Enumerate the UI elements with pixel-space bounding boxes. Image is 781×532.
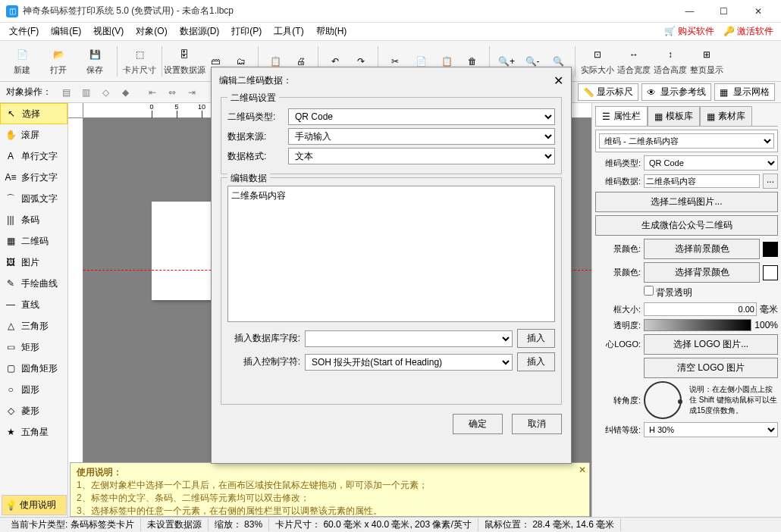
status-pos: 鼠标位置： 28.4 毫米, 14.6 毫米: [478, 518, 621, 531]
db-field-select[interactable]: [305, 330, 513, 347]
cancel-button[interactable]: 取消: [512, 414, 562, 434]
codetype-label: 维码类型:: [595, 158, 641, 169]
toolbar-btn-28[interactable]: ⊞整页显示: [689, 42, 724, 80]
props-section: 维码 - 二维条码内容: [595, 130, 778, 152]
opacity-slider[interactable]: [644, 319, 751, 331]
qr-settings-legend: 二维码设置: [227, 92, 279, 105]
tool-二维码[interactable]: ▦二维码: [0, 230, 67, 252]
align-right-icon[interactable]: ⇥: [183, 84, 200, 101]
toggle-grid[interactable]: ▦显示网格: [714, 83, 775, 101]
fg-label: 景颜色:: [595, 243, 641, 255]
tool-palette: ↖选择✋滚屏A单行文字A≡多行文字⌒圆弧文字|||条码▦二维码🖼图片✎手绘曲线—…: [0, 103, 68, 517]
fg-color-button[interactable]: 选择前景颜色: [644, 239, 760, 259]
bg-transparent-check[interactable]: 背景透明: [644, 286, 692, 299]
close-button[interactable]: ✕: [741, 0, 775, 23]
menu-file[interactable]: 文件(F): [3, 23, 45, 39]
ops-label: 对象操作：: [6, 86, 52, 99]
tool-圆角矩形[interactable]: ▢圆角矩形: [0, 358, 67, 379]
eye-icon: 👁: [647, 87, 657, 98]
activate-link[interactable]: 🔑激活软件: [719, 23, 778, 39]
menu-view[interactable]: 视图(V): [87, 23, 130, 39]
select-qr-image-button[interactable]: 选择二维码图片...: [595, 192, 778, 212]
dialog-close-icon[interactable]: ✕: [554, 74, 563, 88]
layer-down-icon[interactable]: ◆: [117, 84, 133, 101]
toolbar-btn-26[interactable]: ↔适合宽度: [616, 42, 651, 80]
menu-print[interactable]: 打印(P): [225, 23, 268, 39]
tool-菱形[interactable]: ◇菱形: [0, 400, 67, 421]
toolbar-btn-27[interactable]: ↕适合高度: [653, 42, 688, 80]
tool-条码[interactable]: |||条码: [0, 209, 67, 230]
tool-圆弧文字[interactable]: ⌒圆弧文字: [0, 188, 67, 209]
menu-datasource[interactable]: 数据源(D): [174, 23, 226, 39]
layer-up-icon[interactable]: ◇: [97, 84, 114, 101]
data-source-select[interactable]: 手动输入: [288, 128, 555, 145]
buy-link[interactable]: 🛒购买软件: [660, 23, 719, 39]
tab-templates[interactable]: ▦模板库: [648, 106, 700, 126]
tool-五角星[interactable]: ★五角星: [0, 421, 67, 443]
layer-front-icon[interactable]: ▤: [58, 84, 74, 101]
align-center-icon[interactable]: ⇔: [164, 84, 180, 101]
tool-单行文字[interactable]: A单行文字: [0, 146, 67, 167]
minimize-button[interactable]: —: [673, 0, 707, 23]
insert-dbfield-button[interactable]: 插入: [517, 329, 555, 348]
menu-tools[interactable]: 工具(T): [268, 23, 309, 39]
select-logo-button[interactable]: 选择 LOGO 图片...: [644, 334, 778, 355]
tool-icon: 🖼: [5, 256, 17, 268]
qr-data-textarea[interactable]: 二维条码内容: [227, 186, 555, 322]
cart-icon: 🛒: [664, 26, 676, 38]
toolbar-btn-25[interactable]: ⊡实际大小: [580, 42, 615, 80]
tool-三角形[interactable]: △三角形: [0, 315, 67, 336]
qr-type-select[interactable]: QR Code: [288, 108, 555, 125]
gen-wechat-qr-button[interactable]: 生成微信公众号二维码: [595, 215, 778, 236]
codetype-select[interactable]: QR Code: [644, 155, 778, 171]
help-close-icon[interactable]: ✕: [579, 465, 586, 475]
toolbar-btn-0[interactable]: 📄新建: [5, 42, 39, 80]
tool-icon: A: [5, 150, 17, 162]
tool-选择[interactable]: ↖选择: [0, 103, 67, 124]
tool-矩形[interactable]: ▭矩形: [0, 336, 67, 358]
ok-button[interactable]: 确定: [453, 414, 503, 434]
clear-logo-button[interactable]: 清空 LOGO 图片: [644, 358, 778, 378]
maximize-button[interactable]: ☐: [707, 0, 741, 23]
angle-dial[interactable]: [644, 381, 682, 419]
section-select[interactable]: 维码 - 二维条码内容: [599, 133, 774, 149]
toolbar-icon: 🗄: [176, 46, 193, 63]
bg-color-button[interactable]: 选择背景颜色: [644, 262, 760, 283]
align-left-icon[interactable]: ⇤: [144, 84, 161, 101]
ruler-vertical: [68, 118, 83, 517]
tab-assets[interactable]: ▦素材库: [700, 106, 752, 126]
menu-object[interactable]: 对象(O): [130, 23, 173, 39]
data-format-select[interactable]: 文本: [288, 148, 555, 164]
tool-icon: ▭: [5, 341, 17, 353]
toolbar-btn-4[interactable]: ⬚卡片尺寸: [122, 42, 157, 80]
toggle-guide[interactable]: 👁显示参考线: [641, 83, 711, 101]
layer-back-icon[interactable]: ▥: [77, 84, 94, 101]
ctrl-char-select[interactable]: SOH 报头开始(Start of Heading): [305, 354, 513, 371]
toggle-ruler[interactable]: 📏显示标尺: [578, 83, 638, 101]
window-title: 神奇条码标签打印系统 5.0 (免费试用) - 未命名1.lbcp: [23, 5, 673, 17]
tool-多行文字[interactable]: A≡多行文字: [0, 167, 67, 188]
border-label: 框大小:: [595, 304, 641, 315]
border-input[interactable]: [644, 302, 757, 316]
tool-icon: ✋: [5, 129, 17, 141]
tool-直线[interactable]: —直线: [0, 294, 67, 315]
codedata-input[interactable]: [644, 174, 760, 188]
toolbar-btn-1[interactable]: 📂打开: [41, 42, 76, 80]
tool-手绘曲线[interactable]: ✎手绘曲线: [0, 273, 67, 294]
toolbar-btn-2[interactable]: 💾保存: [77, 42, 112, 80]
tool-滚屏[interactable]: ✋滚屏: [0, 124, 67, 146]
angle-label: 转角度:: [595, 395, 641, 406]
tool-圆形[interactable]: ○圆形: [0, 379, 67, 400]
menu-help[interactable]: 帮助(H): [310, 23, 353, 39]
codedata-more[interactable]: ...: [763, 174, 778, 189]
toolbar-btn-6[interactable]: 🗄设置数据源: [167, 42, 202, 80]
tab-properties[interactable]: ☰属性栏: [595, 106, 648, 126]
properties-panel: ☰属性栏 ▦模板库 ▦素材库 维码 - 二维条码内容 维码类型:QR Code …: [591, 103, 781, 517]
ec-select[interactable]: H 30%: [644, 422, 778, 437]
insert-ctrlchar-button[interactable]: 插入: [517, 352, 555, 371]
tool-图片[interactable]: 🖼图片: [0, 252, 67, 273]
help-line3: 3、选择标签中的任意一个元素，在右侧的属性栏里可以调整该元素的属性。: [77, 505, 583, 518]
menu-edit[interactable]: 编辑(E): [45, 23, 87, 39]
bulb-icon: 💡: [5, 500, 17, 511]
usage-button[interactable]: 💡使用说明: [2, 495, 67, 515]
